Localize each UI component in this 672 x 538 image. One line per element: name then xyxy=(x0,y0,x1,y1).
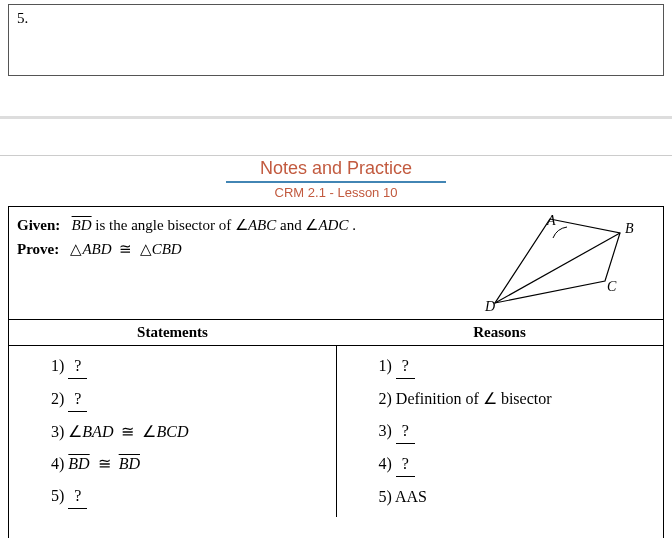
given-prove-section: Given: BD is the angle bisector of ABC a… xyxy=(9,207,663,320)
triangle-icon-1 xyxy=(70,241,82,257)
figure-label-c: C xyxy=(607,279,617,294)
given-angle-abc: ABC xyxy=(248,217,276,233)
rsn-4-blank[interactable]: ? xyxy=(396,452,415,477)
stmt-2-blank[interactable]: ? xyxy=(68,387,87,412)
stmt-1-blank[interactable]: ? xyxy=(68,354,87,379)
prove-label: Prove: xyxy=(17,241,59,257)
given-and: and xyxy=(280,217,305,233)
stmt-3-angle-bcd: BCD xyxy=(156,423,188,440)
prove-tri-abd: ABD xyxy=(82,241,111,257)
given-line: Given: BD is the angle bisector of ABC a… xyxy=(17,213,455,237)
reason-3: 3) ? xyxy=(379,415,660,448)
statement-1: 1) ? xyxy=(51,350,332,383)
reason-2: 2) Definition of bisector xyxy=(379,383,660,415)
statements-header: Statements xyxy=(9,320,336,345)
figure-label-d: D xyxy=(484,299,495,313)
rsn-1-num: 1) xyxy=(379,357,396,374)
angle-icon-s3b xyxy=(142,423,156,440)
rsn-2-text: Definition of xyxy=(396,390,483,407)
statement-2: 2) ? xyxy=(51,383,332,416)
figure-label-b: B xyxy=(625,221,634,236)
stmt-1-num: 1) xyxy=(51,357,68,374)
rsn-2-num: 2) xyxy=(379,390,396,407)
congruent-icon-prove xyxy=(119,241,132,257)
statement-4: 4) BD BD xyxy=(51,448,332,480)
reasons-column: 1) ? 2) Definition of bisector 3) ? 4) ?… xyxy=(336,346,664,517)
stmt-2-num: 2) xyxy=(51,390,68,407)
separator-band xyxy=(0,116,672,156)
angle-icon-1 xyxy=(235,217,248,233)
figure-svg: A B C D xyxy=(455,213,655,313)
congruent-icon-s3 xyxy=(121,423,134,440)
prove-tri-cbd: CBD xyxy=(152,241,182,257)
rsn-3-num: 3) xyxy=(379,422,396,439)
rsn-5-text: AAS xyxy=(395,488,427,505)
rsn-1-blank[interactable]: ? xyxy=(396,354,415,379)
question-5-box: 5. xyxy=(8,4,664,76)
given-text-1: is the angle bisector of xyxy=(95,217,235,233)
angle-icon-r2 xyxy=(483,390,497,407)
notes-practice-subtitle: CRM 2.1 - Lesson 10 xyxy=(226,181,446,200)
given-angle-adc: ADC xyxy=(318,217,348,233)
reason-1: 1) ? xyxy=(379,350,660,383)
congruent-icon-s4 xyxy=(98,455,111,472)
prove-line: Prove: ABD CBD xyxy=(17,237,455,261)
stmt-3-angle-bad: BAD xyxy=(82,423,113,440)
statement-5: 5) ? xyxy=(51,480,332,513)
given-period: . xyxy=(352,217,356,233)
rsn-2-bisector: bisector xyxy=(501,390,552,407)
stmt-4-num: 4) xyxy=(51,455,68,472)
stmt-5-blank[interactable]: ? xyxy=(68,484,87,509)
notes-practice-title: Notes and Practice xyxy=(0,158,672,179)
stmt-4-seg-bd-1: BD xyxy=(68,455,89,472)
given-segment-bd: BD xyxy=(72,217,92,233)
given-label: Given: xyxy=(17,217,60,233)
figure-label-a: A xyxy=(546,213,556,228)
rsn-4-num: 4) xyxy=(379,455,396,472)
rsn-5-num: 5) xyxy=(379,488,395,505)
proof-body: 1) ? 2) ? 3) BAD BCD 4) BD BD 5) xyxy=(9,346,663,517)
statements-column: 1) ? 2) ? 3) BAD BCD 4) BD BD 5) xyxy=(9,346,336,517)
stmt-3-num: 3) xyxy=(51,423,68,440)
svg-line-1 xyxy=(495,233,620,303)
angle-icon-s3a xyxy=(68,423,82,440)
geometry-figure: A B C D xyxy=(455,213,655,313)
rsn-3-blank[interactable]: ? xyxy=(396,419,415,444)
stmt-5-num: 5) xyxy=(51,487,68,504)
given-prove-text: Given: BD is the angle bisector of ABC a… xyxy=(17,213,455,313)
triangle-icon-2 xyxy=(140,241,152,257)
proof-container: Given: BD is the angle bisector of ABC a… xyxy=(8,206,664,538)
stmt-4-seg-bd-2: BD xyxy=(119,455,140,472)
reason-5: 5) AAS xyxy=(379,481,660,513)
angle-icon-2 xyxy=(305,217,318,233)
reasons-header: Reasons xyxy=(336,320,663,345)
proof-headers: Statements Reasons xyxy=(9,320,663,346)
reason-4: 4) ? xyxy=(379,448,660,481)
question-number-5: 5. xyxy=(17,10,28,26)
statement-3: 3) BAD BCD xyxy=(51,416,332,448)
